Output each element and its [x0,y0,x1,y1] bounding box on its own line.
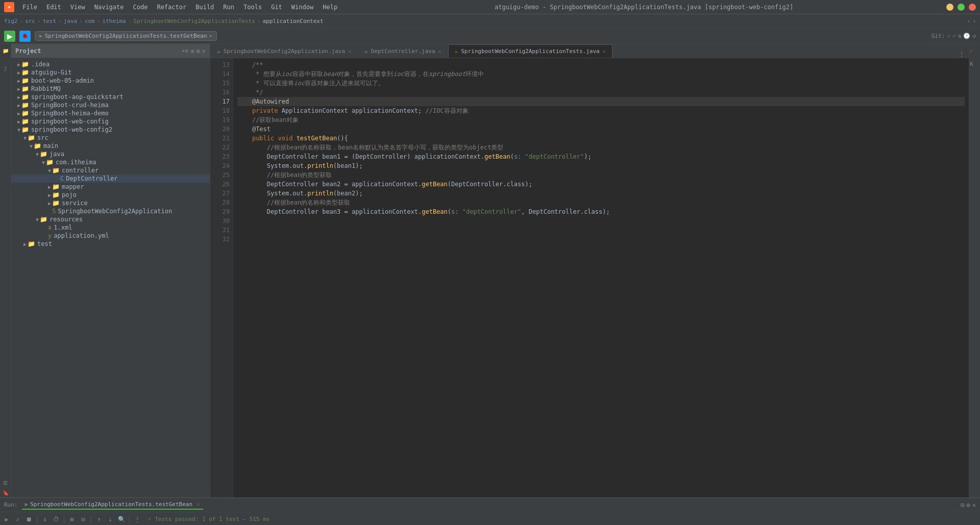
settings-icon[interactable]: ⚙ [197,47,200,55]
run-button[interactable]: ▶ [4,31,15,42]
code-content[interactable]: /** * 想要从ioc容器中获取bean对象，首先需要拿到ioc容器，在spr… [233,58,969,497]
java-icon: ☕ [364,48,368,55]
tree-springboot-webconfig[interactable]: ▶ 📁 springboot-web-config [11,117,210,126]
tree-springboot-heima[interactable]: ▶ 📁 SpringBoot-heima-demo [11,109,210,117]
run-again-button[interactable]: ▶ [2,515,11,524]
rs-key-icon[interactable]: K [970,61,979,70]
tree-rabbitmq[interactable]: ▶ 📁 RabbitMQ [11,85,210,93]
tree-pojo[interactable]: ▶ 📁 pojo [11,191,210,199]
tab-tests[interactable]: ☕ SpringbootWebConfig2ApplicationTests.j… [448,44,612,58]
menu-tools[interactable]: Tools [239,3,266,12]
bc-com[interactable]: com [85,18,95,24]
folder-icon: 📁 [52,199,60,207]
stop-button[interactable]: ⏹ [24,515,34,524]
tree-label: SpringbootWebConfig2Application [58,208,172,215]
tree-test[interactable]: ▶ 📁 test [11,240,210,248]
bc-fig2[interactable]: fig2 [4,18,18,24]
rs-check-icon[interactable]: ✓ [970,48,979,57]
tree-com-itheima[interactable]: ▼ 📁 com.itheima [11,158,210,166]
menu-edit[interactable]: Edit [42,3,65,12]
folder-icon: 📁 [21,110,29,117]
tree-atguigu-git[interactable]: ▶ 📁 atguigu-Git [11,68,210,77]
minimize-button[interactable] [946,4,953,11]
tree-java[interactable]: ▼ 📁 java [11,150,210,158]
tab-close-icon[interactable]: ✕ [603,48,606,54]
expand-all-button[interactable]: ⊞ [67,515,77,524]
left-icon-structure[interactable]: ☰ [1,478,10,487]
tree-service[interactable]: ▶ 📁 service [11,199,210,207]
menu-window[interactable]: Window [287,3,317,12]
tree-resources[interactable]: ▼ 📁 resources [11,215,210,223]
tree-controller[interactable]: ▼ 📁 controller [11,166,210,174]
tree-yml[interactable]: ▶ y application.yml [11,232,210,240]
search-button[interactable]: 🔍 [117,515,126,524]
next-fail-button[interactable]: ↓ [106,515,115,524]
tree-label: boot-web-05-admin [31,77,94,84]
menu-navigate[interactable]: Navigate [90,3,128,12]
prev-fail-button[interactable]: ↑ [94,515,104,524]
sort-alpha-button[interactable]: ↕ [40,515,50,524]
run-tab-tests[interactable]: ▶ SpringbootWebConfig2ApplicationTests.t… [22,500,203,510]
collapse-icon[interactable]: ≡ [190,47,194,55]
run-config-selector[interactable]: ▶ SpringbootWebConfig2ApplicationTests.t… [35,31,217,41]
tree-arrow: ▼ [30,143,33,149]
nav-forward[interactable]: › [972,18,976,24]
tab-close-icon[interactable]: ✕ [348,48,351,54]
close-button[interactable] [969,4,976,11]
settings-icon[interactable]: ⚙ [967,502,970,509]
main-layout: 📁 ⤴ ☰ 🔖 Project ▾ ⊙ ≡ ⚙ ✕ ▶ 📁 .idea [0,44,980,497]
left-icon-project[interactable]: 📁 [1,46,10,55]
menu-git[interactable]: Git [267,3,286,12]
bc-class[interactable]: SpringbootWebConfig2ApplicationTests [133,18,255,24]
locate-icon[interactable]: ⊙ [185,47,188,55]
menu-code[interactable]: Code [129,3,152,12]
hide-icon[interactable]: ✕ [202,47,206,55]
left-icon-commit[interactable]: ⤴ [1,64,10,73]
bc-src[interactable]: src [25,18,35,24]
code-line-autowired: @Autowired [237,97,965,106]
tree-idea[interactable]: ▶ 📁 .idea [11,60,210,68]
breadcrumb-bar: fig2 › src › test › java › com › itheima… [0,14,980,29]
collapse-all-button[interactable]: ⊟ [79,515,88,524]
nav-back[interactable]: ‹ [967,18,971,24]
run-tab-close[interactable]: ✕ [197,501,200,508]
tree-boot-web[interactable]: ▶ 📁 boot-web-05-admin [11,77,210,85]
bc-test[interactable]: test [43,18,57,24]
menu-run[interactable]: Run [219,3,238,12]
menu-file[interactable]: File [18,3,41,12]
tab-deptcontroller[interactable]: ☕ DeptController.java ✕ [358,44,448,58]
editor-more-icon[interactable]: ⋮ [959,51,969,58]
rerun-success-button[interactable]: ✓ [13,515,22,524]
tree-springboot-webconfig2[interactable]: ▼ 📁 springboot-web-config2 [11,126,210,134]
editor-area: ☕ SpringbootWebConfig2Application.java ✕… [210,44,969,497]
expand-icon[interactable]: ⊡ [961,502,964,509]
code-line: private ApplicationContext applicationCo… [237,106,965,115]
tree-springboot-crud[interactable]: ▶ 📁 SpringBoot-crud-heima [11,101,210,109]
tree-label: controller [62,167,99,174]
more-button[interactable]: ⋮ [133,515,142,524]
tree-src[interactable]: ▼ 📁 src [11,134,210,142]
tree-mapper[interactable]: ▶ 📁 mapper [11,183,210,191]
tree-springboot-aop[interactable]: ▶ 📁 springboot-aop-quickstart [11,93,210,101]
tree-springbootapp[interactable]: ▶ S SpringbootWebConfig2Application [11,207,210,215]
debug-button[interactable]: 🐞 [19,31,31,42]
tab-close-icon[interactable]: ✕ [438,48,442,54]
bc-java[interactable]: java [64,18,78,24]
close-icon[interactable]: ✕ [972,502,976,509]
bc-itheima[interactable]: itheima [102,18,126,24]
tree-label: java [50,151,64,158]
sort-duration-button[interactable]: ⏱ [52,515,61,524]
menu-view[interactable]: View [66,3,89,12]
tree-arrow: ▶ [17,78,20,84]
menu-build[interactable]: Build [191,3,218,12]
left-icon-bookmark[interactable]: 🔖 [1,488,10,497]
maximize-button[interactable] [958,4,965,11]
tree-label: pojo [62,191,77,198]
tree-xml[interactable]: ▶ x 1.xml [11,223,210,232]
menu-refactor[interactable]: Refactor [153,3,190,12]
tab-label: SpringbootWebConfig2Application.java [224,48,345,55]
tree-deptcontroller[interactable]: ▶ C DeptController [11,174,210,183]
menu-help[interactable]: Help [318,3,341,12]
tree-main[interactable]: ▼ 📁 main [11,142,210,150]
tab-springboot-app[interactable]: ☕ SpringbootWebConfig2Application.java ✕ [210,44,358,58]
